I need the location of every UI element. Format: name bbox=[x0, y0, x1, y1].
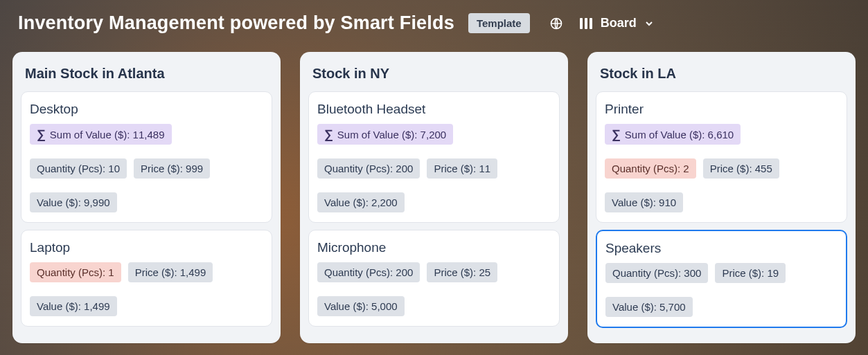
quantity-chip[interactable]: Quantity (Pcs): 10 bbox=[30, 158, 127, 179]
quantity-chip[interactable]: Quantity (Pcs): 200 bbox=[317, 262, 420, 282]
price-chip[interactable]: Price ($): 11 bbox=[427, 158, 497, 179]
view-label: Board bbox=[601, 16, 637, 30]
sum-chip[interactable]: ∑Sum of Value ($): 6,610 bbox=[605, 124, 741, 145]
chevron-down-icon bbox=[644, 18, 655, 29]
chip-row: Quantity (Pcs): 1Price ($): 1,499Value (… bbox=[30, 262, 263, 316]
svg-rect-3 bbox=[590, 18, 592, 29]
template-badge[interactable]: Template bbox=[468, 13, 530, 33]
quantity-chip[interactable]: Quantity (Pcs): 2 bbox=[605, 158, 696, 179]
value-chip[interactable]: Value ($): 5,700 bbox=[605, 297, 693, 317]
quantity-chip[interactable]: Quantity (Pcs): 200 bbox=[317, 158, 420, 179]
card-title: Microphone bbox=[317, 240, 551, 255]
svg-rect-1 bbox=[580, 18, 583, 29]
column-title: Stock in LA bbox=[596, 64, 847, 91]
card-title: Speakers bbox=[605, 241, 838, 256]
header-icons: Board bbox=[549, 16, 655, 30]
card[interactable]: LaptopQuantity (Pcs): 1Price ($): 1,499V… bbox=[21, 230, 272, 327]
price-chip[interactable]: Price ($): 1,499 bbox=[128, 262, 213, 282]
value-chip[interactable]: Value ($): 9,990 bbox=[30, 192, 117, 212]
card-title: Desktop bbox=[30, 102, 263, 117]
sum-chip-label: Sum of Value ($): 11,489 bbox=[50, 129, 165, 140]
board-area: Main Stock in AtlantaDesktop∑Sum of Valu… bbox=[0, 46, 868, 355]
chip-row: ∑Sum of Value ($): 6,610Quantity (Pcs): … bbox=[605, 124, 838, 212]
card-title: Printer bbox=[605, 102, 838, 117]
price-chip[interactable]: Price ($): 999 bbox=[134, 158, 210, 179]
price-chip[interactable]: Price ($): 25 bbox=[427, 262, 497, 282]
board-column: Main Stock in AtlantaDesktop∑Sum of Valu… bbox=[12, 52, 281, 343]
card[interactable]: Desktop∑Sum of Value ($): 11,489Quantity… bbox=[21, 91, 272, 223]
value-chip[interactable]: Value ($): 2,200 bbox=[317, 192, 405, 212]
value-chip[interactable]: Value ($): 910 bbox=[605, 192, 683, 212]
sigma-icon: ∑ bbox=[612, 128, 621, 140]
view-switcher[interactable]: Board bbox=[580, 16, 655, 30]
svg-rect-2 bbox=[585, 18, 587, 29]
value-chip[interactable]: Value ($): 1,499 bbox=[30, 296, 117, 316]
chip-row: ∑Sum of Value ($): 11,489Quantity (Pcs):… bbox=[30, 124, 263, 212]
column-title: Stock in NY bbox=[308, 64, 560, 91]
chip-row: ∑Sum of Value ($): 7,200Quantity (Pcs): … bbox=[317, 124, 551, 212]
sum-chip[interactable]: ∑Sum of Value ($): 11,489 bbox=[30, 124, 172, 145]
chip-row: Quantity (Pcs): 300Price ($): 19Value ($… bbox=[605, 263, 838, 317]
sum-chip-label: Sum of Value ($): 7,200 bbox=[337, 129, 446, 140]
card[interactable]: SpeakersQuantity (Pcs): 300Price ($): 19… bbox=[596, 230, 847, 328]
card[interactable]: Printer∑Sum of Value ($): 6,610Quantity … bbox=[596, 91, 847, 223]
quantity-chip[interactable]: Quantity (Pcs): 1 bbox=[30, 262, 121, 282]
card-title: Laptop bbox=[30, 240, 263, 255]
board-column: Stock in NYBluetooth Headset∑Sum of Valu… bbox=[300, 52, 568, 343]
globe-icon[interactable] bbox=[549, 17, 563, 30]
card-title: Bluetooth Headset bbox=[317, 102, 551, 117]
price-chip[interactable]: Price ($): 19 bbox=[715, 263, 786, 283]
page-title: Inventory Management powered by Smart Fi… bbox=[18, 12, 454, 34]
card[interactable]: Bluetooth Headset∑Sum of Value ($): 7,20… bbox=[308, 91, 560, 223]
sum-chip-label: Sum of Value ($): 6,610 bbox=[625, 129, 734, 140]
board-column: Stock in LAPrinter∑Sum of Value ($): 6,6… bbox=[587, 52, 856, 343]
column-title: Main Stock in Atlanta bbox=[21, 64, 272, 91]
chip-row: Quantity (Pcs): 200Price ($): 25Value ($… bbox=[317, 262, 551, 316]
sigma-icon: ∑ bbox=[324, 128, 333, 140]
sigma-icon: ∑ bbox=[37, 128, 46, 140]
header-bar: Inventory Management powered by Smart Fi… bbox=[0, 0, 868, 46]
sum-chip[interactable]: ∑Sum of Value ($): 7,200 bbox=[317, 124, 453, 145]
price-chip[interactable]: Price ($): 455 bbox=[703, 158, 779, 179]
card[interactable]: MicrophoneQuantity (Pcs): 200Price ($): … bbox=[308, 230, 560, 327]
value-chip[interactable]: Value ($): 5,000 bbox=[317, 296, 405, 316]
board-icon bbox=[580, 18, 594, 29]
quantity-chip[interactable]: Quantity (Pcs): 300 bbox=[605, 263, 708, 283]
